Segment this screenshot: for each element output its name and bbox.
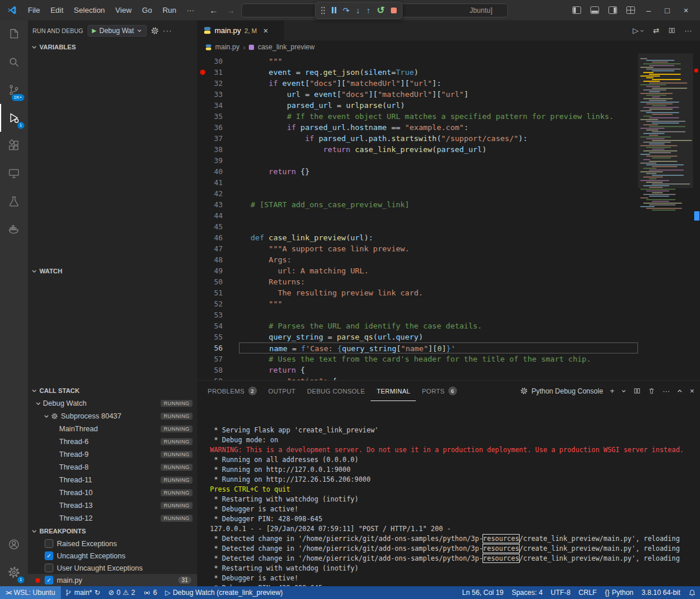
code-line[interactable]: 40 return {} (197, 166, 638, 177)
breakpoint-gutter[interactable] (197, 136, 208, 141)
breakpoint-checkbox[interactable]: ✓ (45, 551, 53, 560)
breakpoint-gutter[interactable] (197, 213, 208, 218)
section-breakpoints[interactable]: BREAKPOINTS (28, 525, 197, 537)
breakpoint-gutter[interactable] (197, 92, 208, 97)
menu-run[interactable]: Run (157, 3, 182, 17)
menu-view[interactable]: View (110, 3, 137, 17)
section-call-stack[interactable]: CALL STACK (28, 384, 197, 397)
language-status[interactable]: {} Python (601, 586, 637, 599)
code-line[interactable]: 32 if event["docs"]["matchedUrl"]["url"]… (197, 78, 638, 89)
close-tab-icon[interactable]: × (263, 26, 268, 35)
breadcrumb-file[interactable]: main.py (215, 43, 240, 51)
cursor-position[interactable]: Ln 56, Col 19 (458, 586, 507, 599)
code-line[interactable]: 37 if parsed_url.path.startswith("/suppo… (197, 133, 638, 144)
code-line[interactable]: 42 (197, 188, 638, 199)
open-changes-icon[interactable]: ⇄ (653, 26, 659, 35)
drag-grip-icon[interactable] (321, 6, 325, 15)
activity-testing[interactable] (0, 187, 28, 215)
split-editor-icon[interactable] (668, 27, 676, 34)
terminal[interactable]: * Serving Flask app 'create_link_preview… (197, 401, 700, 586)
callstack-row[interactable]: Thread-8RUNNING (28, 461, 197, 474)
code-line[interactable]: 56 name = f'Case: {query_string["name"][… (197, 342, 638, 353)
breakpoint-gutter[interactable] (197, 103, 208, 108)
step-over-icon[interactable]: ↷ (343, 6, 350, 15)
code-line[interactable]: 53 (197, 309, 638, 320)
editor-more-icon[interactable]: ··· (684, 26, 692, 35)
activity-search[interactable] (0, 48, 28, 76)
breakpoint-gutter[interactable] (197, 235, 208, 240)
activity-explorer[interactable] (0, 20, 28, 48)
panel-tab-problems[interactable]: PROBLEMS2 (202, 381, 263, 401)
kill-terminal-icon[interactable] (648, 387, 655, 395)
activity-remote-explorer[interactable] (0, 160, 28, 187)
debug-settings-gear-icon[interactable] (151, 27, 159, 35)
sidebar-more-icon[interactable]: ··· (163, 26, 172, 35)
callstack-row[interactable]: Thread-9RUNNING (28, 448, 197, 461)
activity-accounts[interactable] (0, 531, 28, 558)
toggle-panel-icon[interactable] (590, 6, 599, 14)
activity-run-debug[interactable]: 1 (0, 104, 28, 132)
breakpoint-gutter[interactable] (197, 323, 208, 329)
step-into-icon[interactable]: ↓ (356, 6, 360, 15)
code-line[interactable]: 54 # Parses the URL and identify the cas… (197, 320, 638, 331)
breakpoint-gutter[interactable] (197, 312, 208, 317)
terminal-instance[interactable]: Python Debug Console (520, 387, 603, 395)
breakpoint-gutter[interactable] (197, 356, 208, 362)
code-line[interactable]: 50 Returns: (197, 276, 638, 287)
notifications-status[interactable] (684, 586, 700, 599)
overview-ruler[interactable] (693, 53, 700, 380)
code-line[interactable]: 57 # Uses the text from the card's heade… (197, 353, 638, 365)
callstack-row[interactable]: Thread-13RUNNING (28, 499, 197, 512)
scrollbar-mark[interactable] (694, 211, 699, 221)
new-terminal-icon[interactable]: + (610, 387, 615, 395)
code-editor[interactable]: 30 """31 event = req.get_json(silent=Tru… (197, 53, 638, 380)
maximize-panel-icon[interactable] (677, 388, 683, 394)
activity-docker[interactable] (0, 215, 28, 243)
code-line[interactable]: 49 url: A matching URL. (197, 265, 638, 276)
interpreter-status[interactable]: 3.8.10 64-bit (637, 586, 684, 599)
activity-extensions[interactable] (0, 132, 28, 160)
step-out-icon[interactable]: ↑ (367, 6, 371, 15)
breakpoint-gutter[interactable] (197, 268, 208, 273)
minimap[interactable] (638, 53, 693, 380)
panel-tab-debug-console[interactable]: DEBUG CONSOLE (302, 381, 371, 401)
activity-settings[interactable]: 1 (0, 558, 28, 586)
code-line[interactable]: 34 parsed_url = urlparse(url) (197, 100, 638, 111)
tab-main-py[interactable]: main.py 2, M × (197, 20, 284, 41)
forward-icon[interactable]: → (224, 5, 237, 15)
breakpoint-gutter[interactable] (197, 114, 208, 119)
breakpoint-gutter[interactable] (197, 334, 208, 340)
breakpoint-row[interactable]: User Uncaught Exceptions (28, 562, 197, 574)
menu-edit[interactable]: Edit (45, 3, 68, 17)
code-line[interactable]: 59 "action": { (197, 376, 638, 380)
code-line[interactable]: 51 The resulting preview link card. (197, 287, 638, 298)
code-line[interactable]: 31 event = req.get_json(silent=True) (197, 67, 638, 78)
breakpoint-checkbox[interactable] (45, 539, 53, 548)
start-debugging-icon[interactable]: ▶ (92, 27, 97, 34)
minimize-icon[interactable]: – (644, 6, 654, 15)
code-line[interactable]: 46def case_link_preview(url): (197, 232, 638, 243)
section-watch[interactable]: WATCH (28, 265, 197, 277)
problems-status[interactable]: ⊘ 0 ⚠ 2 (104, 586, 139, 599)
breakpoint-gutter[interactable] (197, 169, 208, 174)
encoding-status[interactable]: UTF-8 (547, 586, 575, 599)
breakpoint-gutter[interactable] (197, 147, 208, 152)
breakpoint-gutter[interactable] (197, 158, 208, 163)
menu-selection[interactable]: Selection (68, 3, 110, 17)
callstack-row[interactable]: Debug WatchRUNNING (28, 397, 197, 410)
menu-file[interactable]: File (23, 3, 45, 17)
code-line[interactable]: 35 # If the event object URL matches a s… (197, 111, 638, 122)
breakpoint-gutter[interactable] (197, 202, 208, 207)
breakpoint-gutter[interactable] (197, 70, 208, 75)
stop-icon[interactable] (391, 8, 397, 13)
debug-config-dropdown[interactable]: ▶ Debug Wat (88, 25, 147, 37)
terminal-dropdown-icon[interactable] (621, 388, 626, 394)
code-line[interactable]: 48 Args: (197, 254, 638, 265)
breakpoint-checkbox[interactable] (45, 564, 53, 572)
ports-status[interactable]: 6 (139, 586, 161, 599)
menu-more[interactable]: ··· (182, 3, 200, 17)
breakpoint-row[interactable]: ✓main.py31 (28, 574, 197, 586)
breakpoint-row[interactable]: Raised Exceptions (28, 537, 197, 550)
breakpoint-gutter[interactable] (197, 191, 208, 196)
customize-layout-icon[interactable] (626, 6, 635, 14)
